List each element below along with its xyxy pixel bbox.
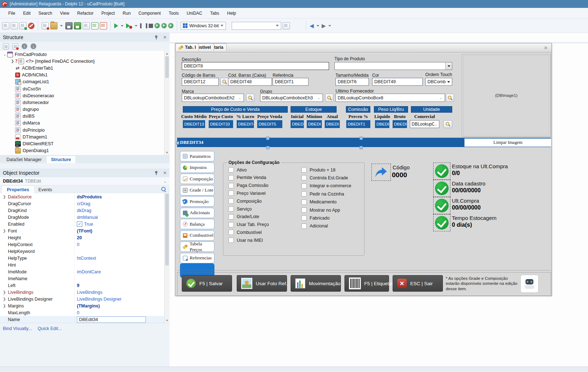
side-nav-combustivel[interactable]: Combustivel xyxy=(180,230,214,241)
price-field-percen[interactable]: DBEDIT1 xyxy=(346,120,370,128)
property-value[interactable]: dkDrag xyxy=(74,207,170,214)
tipo-produto-combo[interactable] xyxy=(334,62,452,70)
checkbox-unchecked-icon[interactable] xyxy=(301,199,307,205)
marca-combo[interactable]: DBLookupComboboxEh2⌄ xyxy=(182,94,244,102)
cor-input[interactable]: DBEDIT49 xyxy=(372,78,423,86)
menu-item-refactor[interactable]: Refactor xyxy=(73,8,97,18)
property-row-dragkind[interactable]: DragKinddkDrag xyxy=(0,207,170,214)
tree-item-acbrncms1[interactable]: ACBrNCMs1 xyxy=(0,72,170,79)
property-value[interactable]: (TMargins) xyxy=(74,302,170,309)
side-nav-tabela-pre-os[interactable]: Tabela Preços xyxy=(180,241,214,252)
menu-item-search[interactable]: Search xyxy=(34,8,56,18)
tree-expand-icon[interactable]: ⌄ xyxy=(3,52,6,56)
side-nav-promo-o[interactable]: Promoção xyxy=(180,196,214,207)
selection-handle[interactable] xyxy=(360,146,363,149)
grupo-combo[interactable]: DBLookupComboboxEh3⌄ xyxy=(260,94,323,102)
menu-item-help[interactable]: Help xyxy=(223,8,240,18)
checkbox-unchecked-icon[interactable] xyxy=(301,223,307,229)
tamanho-input[interactable]: DBEDIT6 xyxy=(335,78,369,86)
menu-item-view[interactable]: View xyxy=(56,8,73,18)
form-close-icon[interactable]: ✕ xyxy=(544,45,548,51)
step-over-icon[interactable] xyxy=(154,23,160,28)
property-row-dragmode[interactable]: DragModedmManual xyxy=(0,214,170,221)
tree-item-dwclientrest[interactable]: DWClientREST xyxy=(0,140,170,147)
marca-search-button[interactable] xyxy=(246,94,254,102)
inspector-close-icon[interactable]: ✕ xyxy=(163,170,167,175)
apply-config-icon[interactable] xyxy=(283,22,290,29)
action-button-movimenta-o[interactable]: Movimentação xyxy=(291,275,341,292)
inspector-tab-events[interactable]: Events xyxy=(34,186,57,193)
expand-icon[interactable]: ❯ xyxy=(3,195,8,199)
property-row-livebindings-designer[interactable]: ❯LiveBindings DesignerLiveBindings Desig… xyxy=(0,296,170,302)
checkbox-pre-o-variavel[interactable]: Preço Variavel xyxy=(228,190,265,196)
price-field-lucro[interactable]: DBEDIT4 xyxy=(237,120,254,128)
checkbox-servi-o[interactable]: Serviço xyxy=(228,206,252,212)
step-into-icon[interactable] xyxy=(161,23,167,28)
pin-icon[interactable] xyxy=(154,35,158,40)
property-value[interactable]: 0 xyxy=(74,241,170,248)
copy-icon[interactable] xyxy=(2,22,9,29)
add-item-icon[interactable] xyxy=(3,43,9,50)
move-up-icon[interactable]: ↑ xyxy=(22,43,27,49)
action-button-esc-sair[interactable]: ✕ESC | Sair xyxy=(393,275,443,292)
fornecedor-search-button[interactable] xyxy=(446,94,454,102)
checkbox-produto-18[interactable]: Produto + 18 xyxy=(301,167,335,173)
menu-item-component[interactable]: Component xyxy=(135,8,165,18)
checkbox-pedir-na-cozinha[interactable]: Pedir na Cozinha xyxy=(301,191,344,197)
property-value[interactable]: dsProdutos xyxy=(74,193,170,200)
structure-scrollbar[interactable]: ▲ ▼ xyxy=(164,51,170,155)
checkbox-unchecked-icon[interactable] xyxy=(228,183,234,188)
selection-handle[interactable] xyxy=(176,141,179,145)
tree-item-dsprincipio[interactable]: dsPrincipio xyxy=(0,127,170,133)
side-nav-parametros[interactable]: Parametros xyxy=(180,151,214,161)
forward-icon[interactable]: ▶ xyxy=(322,23,326,28)
property-value[interactable]: LiveBindings Designer xyxy=(74,296,170,302)
checkbox-unchecked-icon[interactable] xyxy=(301,215,307,221)
side-nav-balan-a[interactable]: Balança xyxy=(180,219,214,229)
codigo-icon-box[interactable] xyxy=(371,164,391,181)
save-icon[interactable] xyxy=(65,22,73,29)
checkbox-unchecked-icon[interactable] xyxy=(301,175,307,180)
checkbox-permite-venda[interactable]: Permite Venda xyxy=(228,175,266,180)
platform-combo[interactable]: Windows 32-bit xyxy=(181,22,226,30)
inspector-pin-icon[interactable] xyxy=(154,171,158,175)
ultimo-fornecedor-combo[interactable]: DBLookupComboBox6⌄ xyxy=(335,94,445,102)
checkbox-unchecked-icon[interactable] xyxy=(228,198,234,204)
property-search-icon[interactable] xyxy=(161,187,166,192)
back-icon[interactable]: ◀ xyxy=(310,23,314,28)
checkbox-combust-vel[interactable]: Combustível xyxy=(228,230,261,235)
property-value[interactable]: LiveBindings xyxy=(74,289,170,296)
property-row-helpcontext[interactable]: HelpContext0 xyxy=(0,241,170,248)
property-value[interactable]: dmManual xyxy=(74,214,170,221)
checkbox-unchecked-icon[interactable] xyxy=(301,191,307,197)
property-row-maxlength[interactable]: MaxLength0 xyxy=(0,309,170,316)
checkbox-checked-icon[interactable]: ✓ xyxy=(77,221,82,227)
property-row-left[interactable]: Left9 xyxy=(0,282,170,289)
menu-item-unidac[interactable]: UniDAC xyxy=(183,8,206,18)
checkbox-unchecked-icon[interactable] xyxy=(228,230,234,235)
cod-barras-caixa-input[interactable]: DBEDIT48 xyxy=(228,78,272,86)
codigo-barras-search-button[interactable] xyxy=(220,78,228,86)
checkbox-unchecked-icon[interactable] xyxy=(301,167,307,173)
property-row-name[interactable]: NameDBEdit34 xyxy=(0,316,170,323)
selection-handle[interactable] xyxy=(266,137,269,140)
action-button-f5-etiquetas[interactable]: F5 | Etiquetas xyxy=(344,275,389,292)
property-row-imename[interactable]: ImeName xyxy=(0,275,170,282)
property-value[interactable]: crDrag xyxy=(74,200,170,207)
property-value[interactable]: 9 xyxy=(74,282,170,289)
expand-icon[interactable]: ❯ xyxy=(3,304,8,308)
tree-item-implied-firedac-connection[interactable]: ❯?<?> {Implied FireDAC Connection} xyxy=(0,58,170,65)
tree-item-frmcadproduto[interactable]: ⌄FrmCadProduto xyxy=(0,51,170,58)
referencia-input[interactable]: DBEDIT1 xyxy=(273,78,309,86)
checkbox-paga-comiss-o[interactable]: Paga Comissão xyxy=(228,183,268,188)
tree-item-dsibs[interactable]: dsIBS xyxy=(0,113,170,120)
property-value-editor[interactable]: DBEdit34 xyxy=(77,316,146,323)
checkbox-grade-lote[interactable]: Grade/Lote xyxy=(228,214,259,220)
checkbox-mostrar-no-app[interactable]: Mostrar no App xyxy=(301,207,340,213)
property-value[interactable]: 0 xyxy=(74,309,170,316)
close-file-icon[interactable] xyxy=(83,22,90,29)
property-row-livebindings[interactable]: ❯LiveBindingsLiveBindings xyxy=(0,289,170,296)
price-field-inicial[interactable]: DBEDI xyxy=(291,120,304,128)
open-file-icon[interactable] xyxy=(50,22,57,29)
codigo-barras-input[interactable]: DBEDIT12 xyxy=(182,78,219,86)
